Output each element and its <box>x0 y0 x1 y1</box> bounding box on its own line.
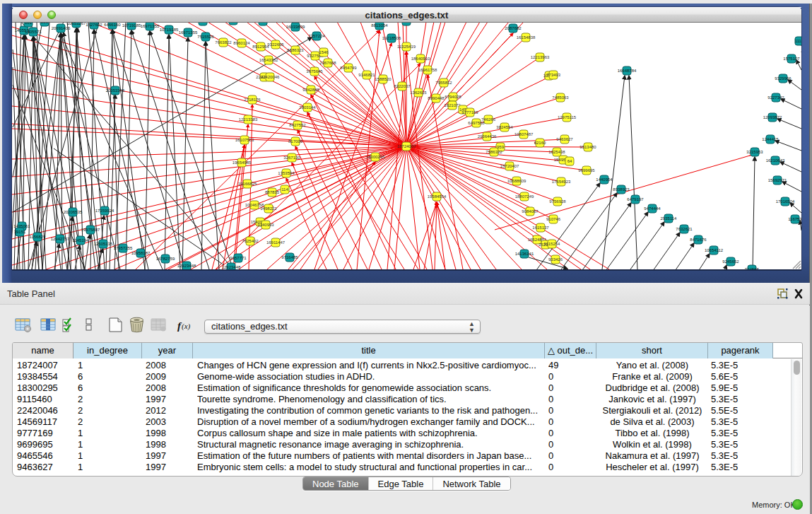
svg-text:9322605: 9322605 <box>267 42 284 47</box>
svg-text:19166825: 19166825 <box>238 182 257 186</box>
svg-text:1156829: 1156829 <box>30 235 47 239</box>
svg-text:17016504: 17016504 <box>776 199 795 204</box>
svg-text:16210643: 16210643 <box>766 158 785 163</box>
svg-text:9242848: 9242848 <box>302 88 319 92</box>
svg-text:1546: 1546 <box>319 50 329 54</box>
svg-text:20691406: 20691406 <box>52 26 71 30</box>
svg-text:746266: 746266 <box>481 117 496 122</box>
svg-text:8960124: 8960124 <box>233 41 250 45</box>
svg-text:8322037: 8322037 <box>394 84 411 88</box>
svg-text:62160: 62160 <box>534 141 546 145</box>
svg-text:3215953: 3215953 <box>746 150 763 154</box>
svg-text:18300295: 18300295 <box>366 155 385 159</box>
svg-text:17957255: 17957255 <box>114 246 133 250</box>
svg-text:9463627: 9463627 <box>556 137 573 141</box>
svg-text:15692971: 15692971 <box>768 178 787 182</box>
svg-text:12975115: 12975115 <box>558 115 577 119</box>
svg-text:18724007: 18724007 <box>397 144 416 148</box>
svg-text:165: 165 <box>199 23 207 23</box>
svg-text:1615137: 1615137 <box>532 226 549 230</box>
svg-text:39151: 39151 <box>14 230 26 234</box>
svg-text:8938923: 8938923 <box>613 187 630 192</box>
svg-text:2935114: 2935114 <box>661 216 678 221</box>
svg-text:12213963: 12213963 <box>531 55 550 59</box>
svg-text:10653267: 10653267 <box>67 23 86 25</box>
svg-text:7625402: 7625402 <box>242 239 259 243</box>
svg-text:9340993: 9340993 <box>257 223 274 227</box>
svg-text:11325419: 11325419 <box>397 45 416 49</box>
svg-text:16961758: 16961758 <box>418 68 437 72</box>
svg-text:18807249: 18807249 <box>515 194 534 199</box>
svg-text:1588520: 1588520 <box>375 77 392 81</box>
svg-text:1575107: 1575107 <box>783 57 800 61</box>
svg-text:161: 161 <box>25 23 33 25</box>
svg-text:20206535: 20206535 <box>64 210 83 214</box>
svg-text:16033809: 16033809 <box>286 25 305 29</box>
svg-text:9329966: 9329966 <box>775 76 792 81</box>
svg-text:17359924: 17359924 <box>95 209 114 213</box>
svg-text:(x): (x) <box>182 322 191 331</box>
svg-text:3267130: 3267130 <box>283 156 300 160</box>
svg-text:16911447: 16911447 <box>266 240 286 245</box>
svg-text:817006: 817006 <box>288 139 303 144</box>
svg-text:22420046: 22420046 <box>261 75 280 79</box>
svg-text:20053346: 20053346 <box>106 88 125 93</box>
svg-text:7663822: 7663822 <box>215 40 232 45</box>
svg-text:16971355: 16971355 <box>179 30 198 35</box>
svg-text:8813054: 8813054 <box>371 23 388 28</box>
svg-text:1244415: 1244415 <box>762 137 779 141</box>
svg-text:19975887: 19975887 <box>81 228 100 232</box>
svg-text:8990448: 8990448 <box>428 96 445 100</box>
svg-text:8427552: 8427552 <box>289 123 306 127</box>
svg-text:10688609: 10688609 <box>507 179 526 183</box>
svg-text:1405571: 1405571 <box>25 30 42 34</box>
svg-text:12093872: 12093872 <box>763 115 782 119</box>
svg-text:7485063: 7485063 <box>552 95 569 100</box>
svg-text:20364436: 20364436 <box>478 134 497 139</box>
svg-text:16971355: 16971355 <box>141 24 160 28</box>
svg-text:2367608: 2367608 <box>319 61 336 65</box>
svg-text:118: 118 <box>259 23 266 23</box>
svg-text:7515526: 7515526 <box>197 35 214 39</box>
svg-text:9777169: 9777169 <box>461 110 478 115</box>
svg-text:15720407: 15720407 <box>500 164 519 168</box>
svg-text:10719185: 10719185 <box>160 28 179 32</box>
svg-text:1353594: 1353594 <box>278 171 295 175</box>
svg-text:9115254: 9115254 <box>544 242 561 246</box>
svg-text:16782759: 16782759 <box>156 257 175 261</box>
svg-text:9084067: 9084067 <box>522 209 539 214</box>
svg-text:14136141: 14136141 <box>515 252 534 256</box>
svg-text:7386322: 7386322 <box>486 150 502 154</box>
svg-text:8186323: 8186323 <box>287 48 304 52</box>
svg-text:16154838: 16154838 <box>517 35 536 40</box>
svg-text:9245652: 9245652 <box>722 259 739 264</box>
svg-text:887835: 887835 <box>265 190 280 194</box>
svg-text:18640910: 18640910 <box>411 57 430 61</box>
svg-text:773493: 773493 <box>546 73 561 77</box>
svg-text:7357224: 7357224 <box>308 34 325 38</box>
svg-text:12923448: 12923448 <box>222 265 241 269</box>
svg-text:2087682: 2087682 <box>505 26 522 30</box>
svg-text:10654112: 10654112 <box>705 248 724 252</box>
svg-text:7955812: 7955812 <box>435 81 452 85</box>
svg-text:9474444: 9474444 <box>644 206 661 211</box>
svg-text:64: 64 <box>567 159 572 163</box>
svg-text:16648784: 16648784 <box>618 69 637 73</box>
svg-text:12505135: 12505135 <box>94 242 113 246</box>
svg-text:16543382: 16543382 <box>259 58 278 62</box>
svg-text:7632621: 7632621 <box>676 227 693 231</box>
svg-text:9146821: 9146821 <box>358 73 375 77</box>
svg-text:933426: 933426 <box>548 257 563 262</box>
svg-text:3824554: 3824554 <box>496 125 513 129</box>
svg-text:2718176: 2718176 <box>244 98 261 102</box>
svg-text:1025438: 1025438 <box>548 150 565 154</box>
svg-text:116753: 116753 <box>788 217 801 221</box>
svg-text:17654923: 17654923 <box>552 180 571 184</box>
svg-text:19218506: 19218506 <box>382 36 401 40</box>
svg-text:2803144: 2803144 <box>299 105 316 110</box>
svg-text:10719185: 10719185 <box>122 23 141 28</box>
svg-text:8454749: 8454749 <box>340 66 357 70</box>
svg-text:1145194: 1145194 <box>73 238 90 243</box>
svg-text:9657771: 9657771 <box>230 256 247 260</box>
svg-text:9716485: 9716485 <box>281 255 298 259</box>
